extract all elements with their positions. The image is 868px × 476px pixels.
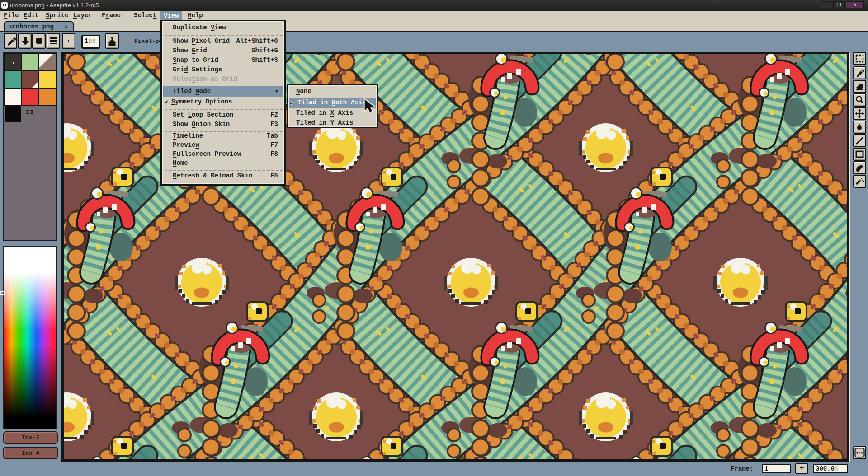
svg-text:1:1: 1:1 [856,451,863,456]
